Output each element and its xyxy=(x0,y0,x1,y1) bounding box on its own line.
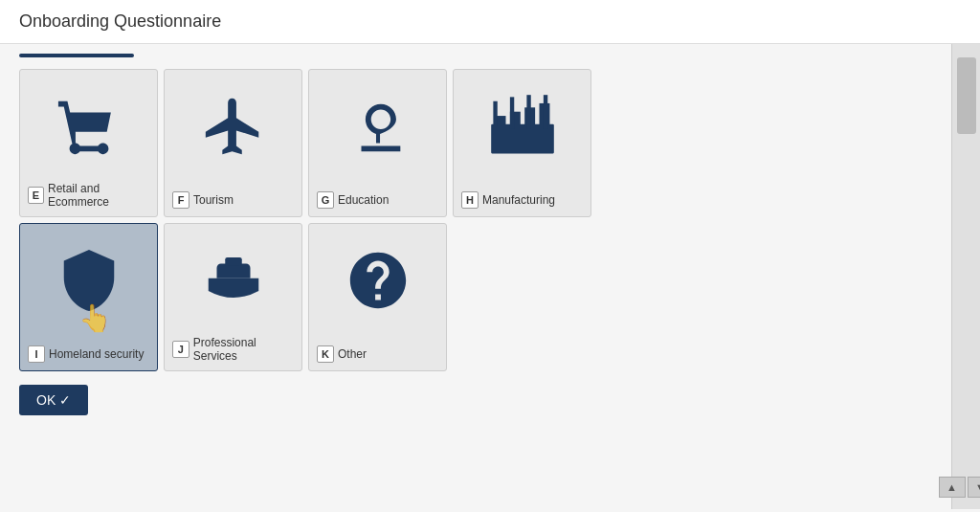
ok-button[interactable]: OK ✓ xyxy=(19,385,88,415)
other-icon xyxy=(345,242,412,319)
option-retail[interactable]: E Retail and Ecommerce xyxy=(19,69,158,217)
scroll-thumb[interactable] xyxy=(957,57,976,134)
option-homeland-security[interactable]: 👆 I Homeland security xyxy=(19,223,158,371)
scrollbar: ▲ ▼ xyxy=(951,44,980,509)
option-label-retail: E Retail and Ecommerce xyxy=(28,182,157,209)
option-professional-services[interactable]: J Professional Services xyxy=(164,223,302,371)
svg-rect-7 xyxy=(526,95,530,128)
cart-icon xyxy=(56,88,122,165)
progress-bar xyxy=(19,54,134,57)
option-label-manufacturing: H Manufacturing xyxy=(461,191,555,209)
main-content: E Retail and Ecommerce F Tourism xyxy=(0,44,980,509)
questionnaire-area: E Retail and Ecommerce F Tourism xyxy=(0,44,951,509)
scroll-arrows: ▲ ▼ xyxy=(939,477,981,498)
svg-rect-0 xyxy=(491,123,554,153)
manufacturing-icon xyxy=(489,88,556,165)
option-label-homeland: I Homeland security xyxy=(28,345,144,363)
progress-bar-container xyxy=(19,54,932,57)
scroll-up-button[interactable]: ▲ xyxy=(939,477,966,498)
page-header: Onboarding Questionnaire xyxy=(0,0,980,44)
option-label-other: K Other xyxy=(317,345,367,363)
svg-rect-9 xyxy=(225,256,242,265)
page-title: Onboarding Questionnaire xyxy=(19,11,221,31)
option-education[interactable]: G Education xyxy=(308,69,447,217)
plane-icon xyxy=(200,88,267,165)
professional-services-icon xyxy=(200,242,267,319)
option-label-education: G Education xyxy=(317,191,389,209)
option-label-professional: J Professional Services xyxy=(172,336,301,363)
cursor-icon: 👆 xyxy=(78,302,112,334)
svg-rect-8 xyxy=(543,95,546,128)
option-other[interactable]: K Other xyxy=(308,223,447,371)
option-tourism[interactable]: F Tourism xyxy=(164,69,302,217)
svg-rect-6 xyxy=(509,97,513,128)
education-icon xyxy=(345,88,412,165)
option-label-tourism: F Tourism xyxy=(172,191,234,209)
option-manufacturing[interactable]: H Manufacturing xyxy=(453,69,591,217)
scroll-down-button[interactable]: ▼ xyxy=(968,477,981,498)
svg-rect-5 xyxy=(493,100,497,125)
options-grid: E Retail and Ecommerce F Tourism xyxy=(19,69,932,371)
